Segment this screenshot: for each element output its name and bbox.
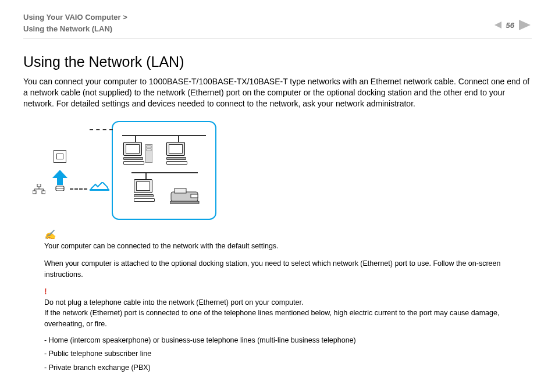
port-and-arrow-group (52, 150, 67, 191)
list-item: - Home (intercom speakerphone) or busine… (44, 334, 532, 348)
svg-rect-18 (191, 194, 198, 198)
svg-rect-2 (37, 184, 41, 187)
svg-rect-15 (147, 149, 151, 151)
network-box (112, 121, 216, 220)
modem-icon (90, 182, 109, 194)
warning-line-1: Do not plug a telephone cable into the n… (44, 298, 303, 307)
dashed-connector-icon (90, 129, 113, 130)
tower-icon (145, 144, 152, 163)
prev-page-arrow-icon[interactable] (493, 22, 501, 28)
page-title: Using the Network (LAN) (23, 54, 532, 70)
svg-rect-17 (175, 188, 186, 193)
warning-list: - Home (intercom speakerphone) or busine… (44, 334, 532, 375)
breadcrumb-line-2: Using the Network (LAN) (23, 23, 127, 35)
warning-icon: ! (44, 287, 532, 296)
printer-icon (170, 186, 202, 207)
bus-line-icon (131, 172, 198, 173)
page-number: 56 (506, 21, 514, 30)
intro-paragraph: You can connect your computer to 1000BAS… (23, 76, 532, 109)
drop-line-icon (135, 135, 136, 142)
breadcrumb: Using Your VAIO Computer > Using the Net… (23, 12, 127, 34)
svg-rect-8 (42, 191, 45, 194)
svg-marker-0 (494, 22, 501, 28)
list-item: - Private branch exchange (PBX) (44, 361, 532, 375)
page-header: Using Your VAIO Computer > Using the Net… (23, 12, 532, 38)
dashed-line-icon (70, 188, 87, 190)
warning-line-2: If the network (Ethernet) port is connec… (44, 309, 499, 327)
svg-rect-14 (147, 146, 151, 148)
drop-line-icon (178, 135, 179, 142)
breadcrumb-line-1: Using Your VAIO Computer > (23, 12, 127, 23)
svg-marker-9 (52, 170, 67, 185)
ethernet-port-icon (54, 150, 66, 163)
network-symbol-icon (33, 184, 45, 197)
notes-section: ✍ Your computer can be connected to the … (44, 230, 532, 375)
network-diagram (52, 121, 532, 220)
next-page-arrow-icon[interactable] (519, 20, 532, 30)
warning-text: Do not plug a telephone cable into the n… (44, 297, 532, 329)
svg-rect-12 (90, 189, 109, 191)
arrow-up-icon (52, 170, 67, 191)
computer-icon (166, 142, 192, 166)
note-line-1: Your computer can be connected to the ne… (44, 241, 532, 251)
svg-marker-1 (519, 20, 531, 30)
note-icon: ✍ (44, 230, 532, 240)
svg-rect-7 (33, 191, 36, 194)
note-line-2: When your computer is attached to the op… (44, 258, 532, 280)
pager: 56 (493, 12, 532, 30)
list-item: - Public telephone subscriber line (44, 347, 532, 361)
svg-rect-19 (170, 201, 199, 204)
computer-icon (134, 179, 159, 204)
